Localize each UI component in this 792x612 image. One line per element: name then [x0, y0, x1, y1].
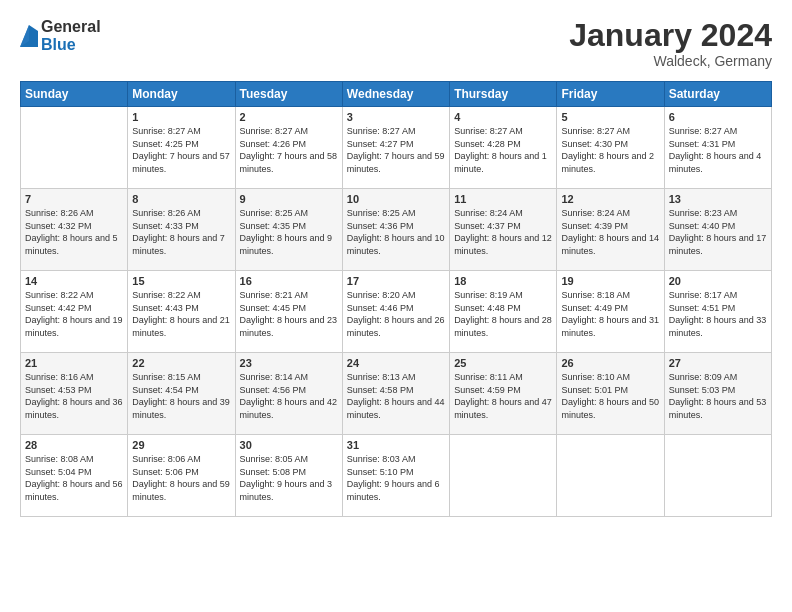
- table-row: 5 Sunrise: 8:27 AMSunset: 4:30 PMDayligh…: [557, 107, 664, 189]
- location-subtitle: Waldeck, Germany: [569, 53, 772, 69]
- day-info: Sunrise: 8:24 AMSunset: 4:37 PMDaylight:…: [454, 208, 552, 256]
- day-info: Sunrise: 8:18 AMSunset: 4:49 PMDaylight:…: [561, 290, 659, 338]
- logo-general: General: [41, 18, 101, 36]
- table-row: 27 Sunrise: 8:09 AMSunset: 5:03 PMDaylig…: [664, 353, 771, 435]
- day-info: Sunrise: 8:26 AMSunset: 4:33 PMDaylight:…: [132, 208, 225, 256]
- table-row: 26 Sunrise: 8:10 AMSunset: 5:01 PMDaylig…: [557, 353, 664, 435]
- day-number: 16: [240, 275, 338, 287]
- table-row: 22 Sunrise: 8:15 AMSunset: 4:54 PMDaylig…: [128, 353, 235, 435]
- day-number: 24: [347, 357, 445, 369]
- day-info: Sunrise: 8:19 AMSunset: 4:48 PMDaylight:…: [454, 290, 552, 338]
- day-number: 6: [669, 111, 767, 123]
- day-info: Sunrise: 8:16 AMSunset: 4:53 PMDaylight:…: [25, 372, 123, 420]
- table-row: 24 Sunrise: 8:13 AMSunset: 4:58 PMDaylig…: [342, 353, 449, 435]
- day-number: 15: [132, 275, 230, 287]
- day-info: Sunrise: 8:15 AMSunset: 4:54 PMDaylight:…: [132, 372, 230, 420]
- day-info: Sunrise: 8:27 AMSunset: 4:25 PMDaylight:…: [132, 126, 230, 174]
- day-info: Sunrise: 8:03 AMSunset: 5:10 PMDaylight:…: [347, 454, 440, 502]
- day-number: 5: [561, 111, 659, 123]
- table-row: [557, 435, 664, 517]
- day-number: 31: [347, 439, 445, 451]
- day-number: 22: [132, 357, 230, 369]
- col-friday: Friday: [557, 82, 664, 107]
- logo-icon: [20, 25, 38, 47]
- col-tuesday: Tuesday: [235, 82, 342, 107]
- logo: General Blue: [20, 18, 101, 53]
- table-row: 16 Sunrise: 8:21 AMSunset: 4:45 PMDaylig…: [235, 271, 342, 353]
- table-row: 11 Sunrise: 8:24 AMSunset: 4:37 PMDaylig…: [450, 189, 557, 271]
- day-number: 11: [454, 193, 552, 205]
- table-row: 14 Sunrise: 8:22 AMSunset: 4:42 PMDaylig…: [21, 271, 128, 353]
- day-number: 7: [25, 193, 123, 205]
- col-monday: Monday: [128, 82, 235, 107]
- day-info: Sunrise: 8:08 AMSunset: 5:04 PMDaylight:…: [25, 454, 123, 502]
- table-row: 19 Sunrise: 8:18 AMSunset: 4:49 PMDaylig…: [557, 271, 664, 353]
- table-row: 25 Sunrise: 8:11 AMSunset: 4:59 PMDaylig…: [450, 353, 557, 435]
- day-number: 3: [347, 111, 445, 123]
- table-row: 9 Sunrise: 8:25 AMSunset: 4:35 PMDayligh…: [235, 189, 342, 271]
- col-wednesday: Wednesday: [342, 82, 449, 107]
- day-number: 14: [25, 275, 123, 287]
- day-info: Sunrise: 8:05 AMSunset: 5:08 PMDaylight:…: [240, 454, 333, 502]
- day-number: 1: [132, 111, 230, 123]
- calendar-table: Sunday Monday Tuesday Wednesday Thursday…: [20, 81, 772, 517]
- day-number: 29: [132, 439, 230, 451]
- day-number: 23: [240, 357, 338, 369]
- calendar-week-4: 28 Sunrise: 8:08 AMSunset: 5:04 PMDaylig…: [21, 435, 772, 517]
- page: General Blue January 2024 Waldeck, Germa…: [0, 0, 792, 612]
- table-row: 30 Sunrise: 8:05 AMSunset: 5:08 PMDaylig…: [235, 435, 342, 517]
- day-info: Sunrise: 8:22 AMSunset: 4:42 PMDaylight:…: [25, 290, 123, 338]
- day-info: Sunrise: 8:11 AMSunset: 4:59 PMDaylight:…: [454, 372, 552, 420]
- header: General Blue January 2024 Waldeck, Germa…: [20, 18, 772, 69]
- table-row: 12 Sunrise: 8:24 AMSunset: 4:39 PMDaylig…: [557, 189, 664, 271]
- table-row: 17 Sunrise: 8:20 AMSunset: 4:46 PMDaylig…: [342, 271, 449, 353]
- day-number: 18: [454, 275, 552, 287]
- table-row: [450, 435, 557, 517]
- day-number: 21: [25, 357, 123, 369]
- title-block: January 2024 Waldeck, Germany: [569, 18, 772, 69]
- day-info: Sunrise: 8:24 AMSunset: 4:39 PMDaylight:…: [561, 208, 659, 256]
- day-number: 13: [669, 193, 767, 205]
- day-info: Sunrise: 8:25 AMSunset: 4:36 PMDaylight:…: [347, 208, 445, 256]
- logo-blue: Blue: [41, 36, 101, 54]
- calendar-week-2: 14 Sunrise: 8:22 AMSunset: 4:42 PMDaylig…: [21, 271, 772, 353]
- calendar-week-1: 7 Sunrise: 8:26 AMSunset: 4:32 PMDayligh…: [21, 189, 772, 271]
- day-number: 4: [454, 111, 552, 123]
- day-info: Sunrise: 8:27 AMSunset: 4:30 PMDaylight:…: [561, 126, 654, 174]
- calendar-week-3: 21 Sunrise: 8:16 AMSunset: 4:53 PMDaylig…: [21, 353, 772, 435]
- month-year-title: January 2024: [569, 18, 772, 53]
- table-row: 13 Sunrise: 8:23 AMSunset: 4:40 PMDaylig…: [664, 189, 771, 271]
- header-row: Sunday Monday Tuesday Wednesday Thursday…: [21, 82, 772, 107]
- day-info: Sunrise: 8:26 AMSunset: 4:32 PMDaylight:…: [25, 208, 118, 256]
- day-info: Sunrise: 8:27 AMSunset: 4:27 PMDaylight:…: [347, 126, 445, 174]
- table-row: [21, 107, 128, 189]
- day-number: 12: [561, 193, 659, 205]
- table-row: 10 Sunrise: 8:25 AMSunset: 4:36 PMDaylig…: [342, 189, 449, 271]
- table-row: 15 Sunrise: 8:22 AMSunset: 4:43 PMDaylig…: [128, 271, 235, 353]
- table-row: 7 Sunrise: 8:26 AMSunset: 4:32 PMDayligh…: [21, 189, 128, 271]
- day-info: Sunrise: 8:27 AMSunset: 4:26 PMDaylight:…: [240, 126, 338, 174]
- day-info: Sunrise: 8:20 AMSunset: 4:46 PMDaylight:…: [347, 290, 445, 338]
- col-thursday: Thursday: [450, 82, 557, 107]
- logo-text: General Blue: [41, 18, 101, 53]
- table-row: 8 Sunrise: 8:26 AMSunset: 4:33 PMDayligh…: [128, 189, 235, 271]
- table-row: 31 Sunrise: 8:03 AMSunset: 5:10 PMDaylig…: [342, 435, 449, 517]
- calendar-week-0: 1 Sunrise: 8:27 AMSunset: 4:25 PMDayligh…: [21, 107, 772, 189]
- day-info: Sunrise: 8:06 AMSunset: 5:06 PMDaylight:…: [132, 454, 230, 502]
- table-row: 1 Sunrise: 8:27 AMSunset: 4:25 PMDayligh…: [128, 107, 235, 189]
- day-number: 9: [240, 193, 338, 205]
- day-number: 26: [561, 357, 659, 369]
- col-sunday: Sunday: [21, 82, 128, 107]
- table-row: 2 Sunrise: 8:27 AMSunset: 4:26 PMDayligh…: [235, 107, 342, 189]
- table-row: 4 Sunrise: 8:27 AMSunset: 4:28 PMDayligh…: [450, 107, 557, 189]
- day-info: Sunrise: 8:09 AMSunset: 5:03 PMDaylight:…: [669, 372, 767, 420]
- table-row: 20 Sunrise: 8:17 AMSunset: 4:51 PMDaylig…: [664, 271, 771, 353]
- day-number: 10: [347, 193, 445, 205]
- day-number: 25: [454, 357, 552, 369]
- day-info: Sunrise: 8:23 AMSunset: 4:40 PMDaylight:…: [669, 208, 767, 256]
- table-row: 3 Sunrise: 8:27 AMSunset: 4:27 PMDayligh…: [342, 107, 449, 189]
- table-row: 18 Sunrise: 8:19 AMSunset: 4:48 PMDaylig…: [450, 271, 557, 353]
- day-number: 20: [669, 275, 767, 287]
- day-info: Sunrise: 8:21 AMSunset: 4:45 PMDaylight:…: [240, 290, 338, 338]
- day-info: Sunrise: 8:13 AMSunset: 4:58 PMDaylight:…: [347, 372, 445, 420]
